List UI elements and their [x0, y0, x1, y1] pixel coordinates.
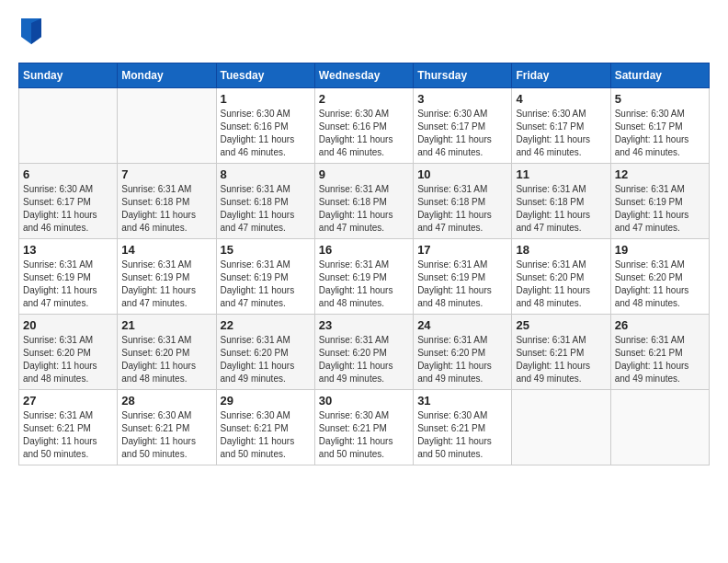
- day-info: Sunrise: 6:31 AM Sunset: 6:18 PM Dayligh…: [516, 183, 606, 235]
- calendar-cell: 6Sunrise: 6:30 AM Sunset: 6:17 PM Daylig…: [19, 164, 118, 239]
- day-info: Sunrise: 6:31 AM Sunset: 6:20 PM Dayligh…: [221, 334, 311, 385]
- day-info: Sunrise: 6:31 AM Sunset: 6:18 PM Dayligh…: [417, 183, 507, 235]
- day-number: 5: [615, 92, 705, 106]
- day-number: 26: [615, 318, 705, 332]
- day-number: 4: [516, 92, 606, 106]
- day-info: Sunrise: 6:31 AM Sunset: 6:19 PM Dayligh…: [23, 259, 113, 310]
- day-info: Sunrise: 6:31 AM Sunset: 6:20 PM Dayligh…: [121, 334, 211, 385]
- day-number: 13: [23, 243, 113, 257]
- calendar-cell: 29Sunrise: 6:30 AM Sunset: 6:21 PM Dayli…: [216, 390, 314, 465]
- calendar-cell: 23Sunrise: 6:31 AM Sunset: 6:20 PM Dayli…: [314, 315, 413, 390]
- weekday-sunday: Sunday: [19, 63, 118, 88]
- calendar-cell: 20Sunrise: 6:31 AM Sunset: 6:20 PM Dayli…: [19, 315, 118, 390]
- day-info: Sunrise: 6:31 AM Sunset: 6:18 PM Dayligh…: [221, 183, 311, 235]
- day-info: Sunrise: 6:31 AM Sunset: 6:19 PM Dayligh…: [319, 259, 409, 310]
- day-number: 19: [615, 243, 705, 257]
- day-info: Sunrise: 6:31 AM Sunset: 6:20 PM Dayligh…: [417, 334, 507, 385]
- weekday-wednesday: Wednesday: [314, 63, 413, 88]
- calendar-table: SundayMondayTuesdayWednesdayThursdayFrid…: [18, 63, 710, 465]
- calendar-cell: [610, 390, 709, 465]
- day-number: 17: [417, 243, 507, 257]
- day-number: 11: [516, 167, 606, 181]
- calendar-cell: 26Sunrise: 6:31 AM Sunset: 6:21 PM Dayli…: [610, 315, 709, 390]
- calendar-cell: 15Sunrise: 6:31 AM Sunset: 6:19 PM Dayli…: [216, 239, 314, 315]
- calendar-cell: 14Sunrise: 6:31 AM Sunset: 6:19 PM Dayli…: [118, 239, 216, 315]
- calendar-cell: 30Sunrise: 6:30 AM Sunset: 6:21 PM Dayli…: [314, 390, 413, 465]
- day-number: 29: [221, 394, 311, 408]
- day-number: 24: [417, 318, 507, 332]
- calendar-week-1: 1Sunrise: 6:30 AM Sunset: 6:16 PM Daylig…: [19, 88, 710, 164]
- calendar-cell: 8Sunrise: 6:31 AM Sunset: 6:18 PM Daylig…: [216, 164, 314, 239]
- calendar-body: 1Sunrise: 6:30 AM Sunset: 6:16 PM Daylig…: [19, 88, 710, 465]
- day-number: 23: [319, 318, 409, 332]
- calendar-cell: 22Sunrise: 6:31 AM Sunset: 6:20 PM Dayli…: [216, 315, 314, 390]
- calendar-cell: 7Sunrise: 6:31 AM Sunset: 6:18 PM Daylig…: [118, 164, 216, 239]
- day-info: Sunrise: 6:30 AM Sunset: 6:21 PM Dayligh…: [121, 409, 211, 461]
- calendar-cell: 31Sunrise: 6:30 AM Sunset: 6:21 PM Dayli…: [414, 390, 512, 465]
- calendar-cell: 1Sunrise: 6:30 AM Sunset: 6:16 PM Daylig…: [216, 88, 314, 164]
- calendar-cell: 19Sunrise: 6:31 AM Sunset: 6:20 PM Dayli…: [610, 239, 709, 315]
- day-number: 27: [23, 394, 113, 408]
- day-number: 14: [121, 243, 211, 257]
- calendar-cell: 3Sunrise: 6:30 AM Sunset: 6:17 PM Daylig…: [414, 88, 512, 164]
- day-info: Sunrise: 6:31 AM Sunset: 6:20 PM Dayligh…: [319, 334, 409, 385]
- calendar-week-5: 27Sunrise: 6:31 AM Sunset: 6:21 PM Dayli…: [19, 390, 710, 465]
- day-number: 30: [319, 394, 409, 408]
- day-number: 9: [319, 167, 409, 181]
- day-number: 6: [23, 167, 113, 181]
- day-info: Sunrise: 6:30 AM Sunset: 6:16 PM Dayligh…: [221, 108, 311, 159]
- day-info: Sunrise: 6:31 AM Sunset: 6:19 PM Dayligh…: [615, 183, 705, 235]
- calendar-cell: 27Sunrise: 6:31 AM Sunset: 6:21 PM Dayli…: [19, 390, 118, 465]
- day-number: 12: [615, 167, 705, 181]
- day-info: Sunrise: 6:31 AM Sunset: 6:20 PM Dayligh…: [23, 334, 113, 385]
- day-number: 15: [221, 243, 311, 257]
- day-info: Sunrise: 6:31 AM Sunset: 6:20 PM Dayligh…: [615, 259, 705, 310]
- day-info: Sunrise: 6:30 AM Sunset: 6:21 PM Dayligh…: [221, 409, 311, 461]
- day-info: Sunrise: 6:31 AM Sunset: 6:18 PM Dayligh…: [319, 183, 409, 235]
- weekday-monday: Monday: [118, 63, 216, 88]
- day-info: Sunrise: 6:30 AM Sunset: 6:17 PM Dayligh…: [23, 183, 113, 235]
- calendar-cell: 18Sunrise: 6:31 AM Sunset: 6:20 PM Dayli…: [512, 239, 610, 315]
- day-info: Sunrise: 6:30 AM Sunset: 6:16 PM Dayligh…: [319, 108, 409, 159]
- day-number: 1: [221, 92, 311, 106]
- calendar-cell: 9Sunrise: 6:31 AM Sunset: 6:18 PM Daylig…: [314, 164, 413, 239]
- weekday-header-row: SundayMondayTuesdayWednesdayThursdayFrid…: [19, 63, 710, 88]
- calendar-cell: 5Sunrise: 6:30 AM Sunset: 6:17 PM Daylig…: [610, 88, 709, 164]
- calendar-cell: [118, 88, 216, 164]
- day-info: Sunrise: 6:31 AM Sunset: 6:18 PM Dayligh…: [121, 183, 211, 235]
- logo-icon: [21, 18, 41, 44]
- day-number: 20: [23, 318, 113, 332]
- day-info: Sunrise: 6:31 AM Sunset: 6:21 PM Dayligh…: [615, 334, 705, 385]
- day-info: Sunrise: 6:31 AM Sunset: 6:21 PM Dayligh…: [516, 334, 606, 385]
- calendar-cell: 11Sunrise: 6:31 AM Sunset: 6:18 PM Dayli…: [512, 164, 610, 239]
- calendar-header: SundayMondayTuesdayWednesdayThursdayFrid…: [19, 63, 710, 88]
- day-info: Sunrise: 6:31 AM Sunset: 6:19 PM Dayligh…: [121, 259, 211, 310]
- day-number: 3: [417, 92, 507, 106]
- calendar-cell: 13Sunrise: 6:31 AM Sunset: 6:19 PM Dayli…: [19, 239, 118, 315]
- day-number: 7: [121, 167, 211, 181]
- logo: [18, 18, 41, 48]
- day-number: 22: [221, 318, 311, 332]
- calendar-cell: 2Sunrise: 6:30 AM Sunset: 6:16 PM Daylig…: [314, 88, 413, 164]
- day-info: Sunrise: 6:30 AM Sunset: 6:17 PM Dayligh…: [417, 108, 507, 159]
- day-number: 18: [516, 243, 606, 257]
- weekday-tuesday: Tuesday: [216, 63, 314, 88]
- calendar-week-3: 13Sunrise: 6:31 AM Sunset: 6:19 PM Dayli…: [19, 239, 710, 315]
- calendar-cell: 21Sunrise: 6:31 AM Sunset: 6:20 PM Dayli…: [118, 315, 216, 390]
- weekday-thursday: Thursday: [414, 63, 512, 88]
- day-info: Sunrise: 6:30 AM Sunset: 6:17 PM Dayligh…: [516, 108, 606, 159]
- day-number: 21: [121, 318, 211, 332]
- day-info: Sunrise: 6:31 AM Sunset: 6:19 PM Dayligh…: [417, 259, 507, 310]
- day-number: 25: [516, 318, 606, 332]
- weekday-saturday: Saturday: [610, 63, 709, 88]
- day-info: Sunrise: 6:31 AM Sunset: 6:20 PM Dayligh…: [516, 259, 606, 310]
- day-number: 31: [417, 394, 507, 408]
- calendar-cell: 24Sunrise: 6:31 AM Sunset: 6:20 PM Dayli…: [414, 315, 512, 390]
- calendar-cell: 16Sunrise: 6:31 AM Sunset: 6:19 PM Dayli…: [314, 239, 413, 315]
- calendar-cell: 4Sunrise: 6:30 AM Sunset: 6:17 PM Daylig…: [512, 88, 610, 164]
- day-number: 28: [121, 394, 211, 408]
- calendar-cell: 10Sunrise: 6:31 AM Sunset: 6:18 PM Dayli…: [414, 164, 512, 239]
- weekday-friday: Friday: [512, 63, 610, 88]
- day-number: 16: [319, 243, 409, 257]
- calendar-week-4: 20Sunrise: 6:31 AM Sunset: 6:20 PM Dayli…: [19, 315, 710, 390]
